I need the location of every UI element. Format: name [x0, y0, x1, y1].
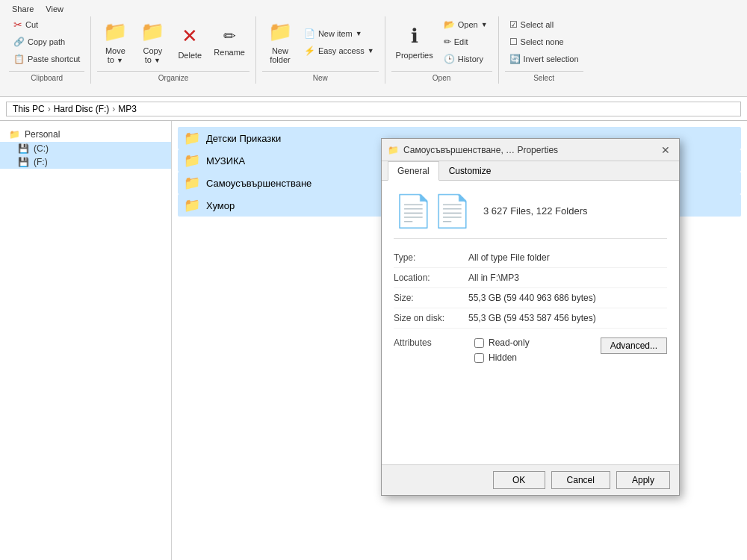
open-button[interactable]: 📂 Open ▼ — [439, 16, 492, 33]
advanced-button[interactable]: Advanced... — [601, 337, 667, 354]
cancel-button[interactable]: Cancel — [551, 471, 610, 489]
ok-button[interactable]: OK — [493, 471, 545, 489]
readonly-checkbox[interactable] — [474, 338, 484, 348]
invert-selection-button[interactable]: 🔄 Invert selection — [505, 51, 583, 67]
readonly-label: Read-only — [489, 337, 530, 348]
folder-icon: 📁 — [184, 197, 200, 214]
dialog-tabs: General Customize — [382, 161, 679, 181]
organize-group: 📁 Moveto ▼ 📁 Copyto ▼ ✕ Delete ✏ Rename … — [91, 16, 256, 84]
props-size-row: Size: 55,3 GB (59 440 963 686 bytes) — [394, 288, 667, 308]
select-col: ☑ Select all ☐ Select none 🔄 Invert sele… — [505, 16, 583, 67]
easy-access-arrow: ▼ — [368, 47, 374, 55]
dialog-title-text: Самоусъвършенстване, … Properties — [403, 145, 558, 155]
select-all-button[interactable]: ☑ Select all — [505, 16, 583, 33]
rename-icon: ✏ — [223, 27, 236, 45]
breadcrumb-folder: MP3 — [118, 104, 137, 114]
sidebar-item-f-drive[interactable]: 💾 (F:) — [0, 155, 171, 169]
props-icon-row: 📄📄 3 627 Files, 122 Folders — [394, 193, 667, 239]
breadcrumb-sep-1: › — [48, 104, 51, 114]
breadcrumb-drive: Hard Disc (F:) — [54, 104, 110, 114]
sidebar: 📁 Personal 💾 (C:) 💾 (F:) — [0, 121, 172, 560]
rename-button[interactable]: ✏ Rename — [209, 16, 249, 67]
clipboard-group: ✂ Cut 🔗 Copy path 📋 Paste shortcut Clipb… — [3, 16, 91, 84]
scissors-icon: ✂ — [13, 19, 22, 31]
copy-to-button[interactable]: 📁 Copyto ▼ — [134, 16, 170, 67]
props-location-label: Location: — [394, 273, 468, 283]
breadcrumb[interactable]: This PC › Hard Disc (F:) › MP3 — [6, 102, 741, 116]
sidebar-item-personal[interactable]: 📁 Personal — [0, 127, 171, 142]
menu-view[interactable]: View — [40, 3, 69, 15]
dialog-close-button[interactable]: ✕ — [658, 143, 673, 158]
edit-icon: ✏ — [444, 37, 451, 47]
dialog-titlebar: 📁 Самоусъвършенстване, … Properties ✕ — [382, 139, 679, 161]
new-group: 📁 Newfolder 📄 New item ▼ ⚡ Easy access ▼ — [256, 16, 385, 84]
tab-general[interactable]: General — [388, 161, 439, 181]
cut-button[interactable]: ✂ Cut — [9, 16, 84, 33]
apply-button[interactable]: Apply — [616, 471, 670, 489]
copy-folder-icon: 📁 — [140, 20, 164, 43]
paste-shortcut-button[interactable]: 📋 Paste shortcut — [9, 51, 84, 67]
props-type-row: Type: All of type File folder — [394, 248, 667, 268]
clipboard-col: ✂ Cut 🔗 Copy path 📋 Paste shortcut — [9, 16, 84, 67]
select-none-button[interactable]: ☐ Select none — [505, 34, 583, 50]
ribbon: Share View ✂ Cut 🔗 Copy path 📋 — [0, 0, 747, 97]
select-all-icon: ☑ — [509, 19, 518, 30]
paste-shortcut-icon: 📋 — [13, 54, 25, 64]
new-item-arrow: ▼ — [356, 30, 362, 37]
new-folder-button[interactable]: 📁 Newfolder — [262, 16, 298, 67]
props-type-value: All of type File folder — [468, 252, 667, 263]
open-arrow: ▼ — [481, 21, 488, 28]
organize-label: Organize — [97, 71, 249, 84]
edit-button[interactable]: ✏ Edit — [439, 34, 492, 50]
folder-icon: 📁 — [184, 175, 200, 191]
breadcrumb-thispc: This PC — [13, 104, 45, 114]
easy-access-icon: ⚡ — [304, 46, 315, 56]
clipboard-items: ✂ Cut 🔗 Copy path 📋 Paste shortcut — [9, 16, 84, 71]
new-item-button[interactable]: 📄 New item ▼ — [300, 25, 379, 42]
delete-icon: ✕ — [182, 25, 198, 48]
props-location-row: Location: All in F:\MP3 — [394, 268, 667, 288]
properties-button[interactable]: ℹ Properties — [391, 16, 438, 67]
copy-icon: 🔗 — [13, 37, 25, 47]
history-button[interactable]: 🕒 History — [439, 51, 492, 67]
easy-access-button[interactable]: ⚡ Easy access ▼ — [300, 43, 379, 59]
dialog-title: 📁 Самоусъвършенстване, … Properties — [388, 145, 558, 155]
props-size-value: 55,3 GB (59 440 963 686 bytes) — [468, 293, 667, 303]
copy-path-button[interactable]: 🔗 Copy path — [9, 34, 84, 50]
attrs-row: Attributes Read-only Hidden Advanced... — [394, 337, 667, 367]
props-size-label: Size: — [394, 293, 468, 303]
props-file-summary: 3 627 Files, 122 Folders — [483, 205, 587, 217]
sidebar-item-c-drive[interactable]: 💾 (C:) — [0, 142, 171, 155]
new-label: New — [262, 71, 379, 84]
organize-items: 📁 Moveto ▼ 📁 Copyto ▼ ✕ Delete ✏ Rename — [97, 16, 249, 71]
properties-dialog: 📁 Самоусъвършенстване, … Properties ✕ Ge… — [381, 138, 680, 496]
props-type-label: Type: — [394, 252, 468, 263]
props-location-value: All in F:\MP3 — [468, 273, 667, 283]
props-disk-value: 55,3 GB (59 453 587 456 bytes) — [468, 313, 667, 323]
select-label: Select — [505, 71, 583, 84]
new-item-icon: 📄 — [304, 28, 315, 39]
new-items: 📁 Newfolder 📄 New item ▼ ⚡ Easy access ▼ — [262, 16, 379, 71]
open-col: 📂 Open ▼ ✏ Edit 🕒 History — [439, 16, 492, 67]
folder-icon: 📁 — [184, 152, 200, 169]
readonly-row: Read-only — [474, 337, 530, 348]
hidden-checkbox[interactable] — [474, 353, 484, 363]
open-items: ℹ Properties 📂 Open ▼ ✏ Edit 🕒 — [391, 16, 492, 71]
open-label: Open — [391, 71, 492, 84]
history-icon: 🕒 — [444, 54, 455, 64]
folder-icon: 📁 — [184, 130, 200, 146]
menu-share[interactable]: Share — [6, 3, 40, 15]
attrs-label: Attributes — [394, 337, 468, 348]
tab-customize[interactable]: Customize — [439, 161, 501, 181]
delete-button[interactable]: ✕ Delete — [172, 16, 208, 67]
menu-bar: Share View — [0, 3, 747, 15]
ribbon-content: ✂ Cut 🔗 Copy path 📋 Paste shortcut Clipb… — [0, 16, 747, 84]
dialog-title-icon: 📁 — [388, 145, 399, 155]
hidden-row: Hidden — [474, 352, 530, 363]
props-attributes: Attributes Read-only Hidden Advanced... — [394, 337, 667, 367]
props-disk-label: Size on disk: — [394, 313, 468, 323]
checkboxes-col: Read-only Hidden — [474, 337, 530, 367]
select-items: ☑ Select all ☐ Select none 🔄 Invert sele… — [505, 16, 583, 71]
move-to-button[interactable]: 📁 Moveto ▼ — [97, 16, 133, 67]
properties-icon: ℹ — [411, 25, 418, 48]
